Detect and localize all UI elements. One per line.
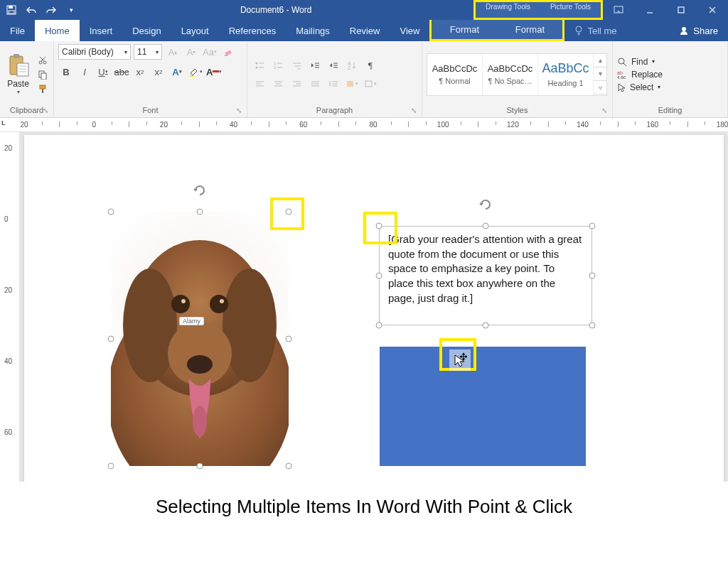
tab-drawing-format[interactable]: Format — [432, 20, 497, 39]
save-icon[interactable] — [4, 2, 18, 18]
cut-icon[interactable] — [36, 55, 49, 66]
share-button[interactable]: Share — [669, 20, 728, 41]
tab-mailings[interactable]: Mailings — [286, 20, 340, 41]
svg-rect-23 — [41, 73, 46, 80]
justify-icon[interactable] — [307, 76, 323, 92]
picture-tools-tab-header: Picture Tools — [540, 2, 601, 18]
chevron-down-icon[interactable]: ▾ — [594, 67, 606, 81]
tab-design[interactable]: Design — [122, 20, 171, 41]
undo-icon[interactable] — [24, 2, 38, 18]
change-case-icon[interactable]: Aa▾ — [202, 44, 218, 60]
maximize-icon[interactable] — [665, 0, 697, 20]
clear-formatting-icon[interactable] — [220, 44, 236, 60]
select-button[interactable]: Select ▾ — [617, 82, 663, 92]
tell-me-search[interactable]: Tell me — [564, 20, 626, 41]
sort-icon[interactable]: AZ — [344, 58, 360, 73]
tab-view[interactable]: View — [390, 20, 429, 41]
minimize-icon[interactable] — [634, 0, 665, 20]
underline-icon[interactable]: U▾ — [95, 64, 111, 80]
svg-rect-1 — [9, 6, 13, 9]
selected-textbox[interactable]: [Grab your reader's attention with a gre… — [379, 226, 592, 325]
styles-gallery[interactable]: AaBbCcDc ¶ Normal AaBbCcDc ¶ No Spac… Aa… — [427, 53, 607, 96]
shrink-font-icon[interactable]: A▾ — [183, 44, 199, 60]
ribbon-display-options-icon[interactable] — [603, 0, 634, 20]
highlight-icon[interactable]: ▾ — [188, 64, 203, 80]
svg-point-79 — [193, 406, 207, 437]
paragraph-launcher-icon[interactable]: ⤡ — [409, 105, 419, 115]
show-hide-icon[interactable]: ¶ — [363, 58, 378, 73]
bold-icon[interactable]: B — [58, 64, 74, 80]
tab-file[interactable]: File — [0, 20, 35, 41]
grow-font-icon[interactable]: A▴ — [165, 44, 181, 60]
borders-icon[interactable]: ▾ — [363, 76, 378, 92]
qat-customize-icon[interactable]: ▾ — [64, 2, 78, 18]
superscript-icon[interactable]: x2 — [151, 64, 166, 80]
svg-text:Z: Z — [348, 65, 351, 70]
tab-layout[interactable]: Layout — [171, 20, 219, 41]
align-center-icon[interactable] — [270, 76, 286, 92]
close-icon[interactable] — [697, 0, 728, 20]
style-heading-1[interactable]: AaBbCc Heading 1 — [538, 54, 594, 95]
line-spacing-icon[interactable] — [326, 76, 341, 92]
align-left-icon[interactable] — [252, 76, 267, 92]
svg-line-66 — [623, 63, 626, 66]
svg-point-18 — [39, 61, 42, 64]
style-no-spacing[interactable]: AaBbCcDc ¶ No Spac… — [483, 54, 538, 95]
font-color-icon[interactable]: A▾ — [206, 64, 222, 80]
group-styles: AaBbCcDc ¶ Normal AaBbCcDc ¶ No Spac… Aa… — [422, 41, 613, 117]
bullets-icon[interactable] — [252, 58, 267, 73]
gallery-expand-icon[interactable]: ▿ — [594, 81, 606, 94]
font-size-combo[interactable]: 11▾ — [134, 44, 162, 60]
tab-insert[interactable]: Insert — [80, 20, 123, 41]
decrease-indent-icon[interactable] — [307, 58, 323, 73]
tab-review[interactable]: Review — [340, 20, 390, 41]
find-button[interactable]: Find ▾ — [617, 57, 663, 67]
svg-point-76 — [210, 295, 228, 313]
drawing-tools-tab-header: Drawing Tools — [476, 2, 540, 18]
svg-text:ac: ac — [621, 75, 626, 80]
svg-rect-3 — [614, 6, 623, 13]
textbox-content[interactable]: [Grab your reader's attention with a gre… — [388, 233, 582, 304]
document-title: Document6 - Word — [78, 0, 473, 20]
horizontal-ruler[interactable]: L 20020406080100120140160180 — [0, 118, 728, 132]
svg-point-75 — [181, 299, 186, 303]
tab-home[interactable]: Home — [35, 20, 80, 41]
format-painter-icon[interactable] — [36, 83, 49, 94]
selected-image[interactable]: Alamy — [111, 212, 289, 466]
person-icon — [679, 26, 689, 36]
subscript-icon[interactable]: x2 — [132, 64, 148, 80]
rotation-handle-icon[interactable] — [478, 197, 493, 212]
svg-rect-14 — [17, 63, 28, 76]
style-normal[interactable]: AaBbCcDc ¶ Normal — [427, 54, 483, 95]
styles-launcher-icon[interactable]: ⤡ — [599, 105, 609, 115]
shading-icon[interactable]: ▾ — [344, 76, 360, 92]
styles-gallery-scroll[interactable]: ▴ ▾ ▿ — [594, 54, 606, 95]
move-cursor-icon — [449, 349, 471, 371]
multilevel-list-icon[interactable] — [289, 58, 304, 73]
group-editing: Find ▾ abac Replace Select ▾ Editing — [613, 41, 728, 117]
redo-icon[interactable] — [44, 2, 58, 18]
font-family-combo[interactable]: Calibri (Body)▾ — [58, 44, 131, 60]
page[interactable]: Alamy [Grab your reader's attention with… — [24, 135, 724, 527]
blue-rectangle-shape[interactable] — [380, 347, 586, 466]
italic-icon[interactable]: I — [77, 64, 92, 80]
rotation-handle-icon[interactable] — [192, 183, 208, 198]
vertical-ruler[interactable]: 200204060 — [0, 132, 20, 531]
font-launcher-icon[interactable]: ⤡ — [234, 105, 244, 115]
align-right-icon[interactable] — [289, 76, 304, 92]
tab-references[interactable]: References — [219, 20, 286, 41]
increase-indent-icon[interactable] — [326, 58, 341, 73]
svg-rect-5 — [678, 7, 684, 13]
strikethrough-icon[interactable]: abc — [114, 64, 129, 80]
numbering-icon[interactable]: 12 — [270, 58, 286, 73]
chevron-up-icon[interactable]: ▴ — [594, 54, 606, 67]
clipboard-launcher-icon[interactable]: ⤡ — [41, 105, 50, 115]
copy-icon[interactable] — [36, 69, 49, 80]
svg-point-65 — [619, 58, 624, 64]
svg-rect-63 — [347, 81, 353, 87]
svg-point-74 — [171, 295, 190, 313]
tab-picture-format[interactable]: Format — [497, 20, 562, 39]
text-effects-icon[interactable]: A▾ — [169, 64, 185, 80]
replace-button[interactable]: abac Replace — [617, 70, 663, 80]
paste-button[interactable]: Paste ▾ — [4, 53, 32, 95]
